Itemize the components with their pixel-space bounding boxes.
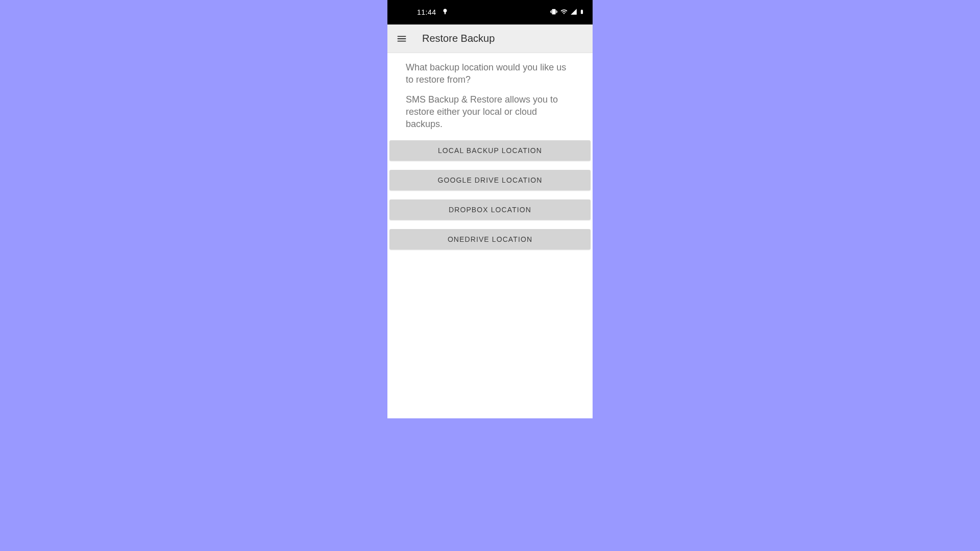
app-title: Restore Backup [422,33,495,44]
hamburger-menu-button[interactable] [396,33,408,45]
status-bar-right [550,8,584,17]
status-bar-left: 11:44 [417,8,449,17]
button-list: LOCAL BACKUP LOCATION GOOGLE DRIVE LOCAT… [387,140,593,249]
description-text: SMS Backup & Restore allows you to resto… [406,93,564,131]
prompt-text: What backup location would you like us t… [406,61,574,86]
signal-icon [570,8,577,17]
vibrate-icon [550,8,558,17]
battery-icon [579,8,584,17]
phone-screen: 11:44 [387,0,593,418]
google-drive-button[interactable]: GOOGLE DRIVE LOCATION [389,170,591,190]
wifi-icon [560,8,568,17]
local-backup-button[interactable]: LOCAL BACKUP LOCATION [389,140,591,161]
content-area: What backup location would you like us t… [387,53,593,130]
status-bar: 11:44 [387,0,593,24]
status-time: 11:44 [417,8,436,16]
app-bar: Restore Backup [387,24,593,53]
food-delivery-icon [442,8,449,17]
dropbox-button[interactable]: DROPBOX LOCATION [389,199,591,220]
onedrive-button[interactable]: ONEDRIVE LOCATION [389,229,591,249]
hamburger-icon [396,33,407,44]
